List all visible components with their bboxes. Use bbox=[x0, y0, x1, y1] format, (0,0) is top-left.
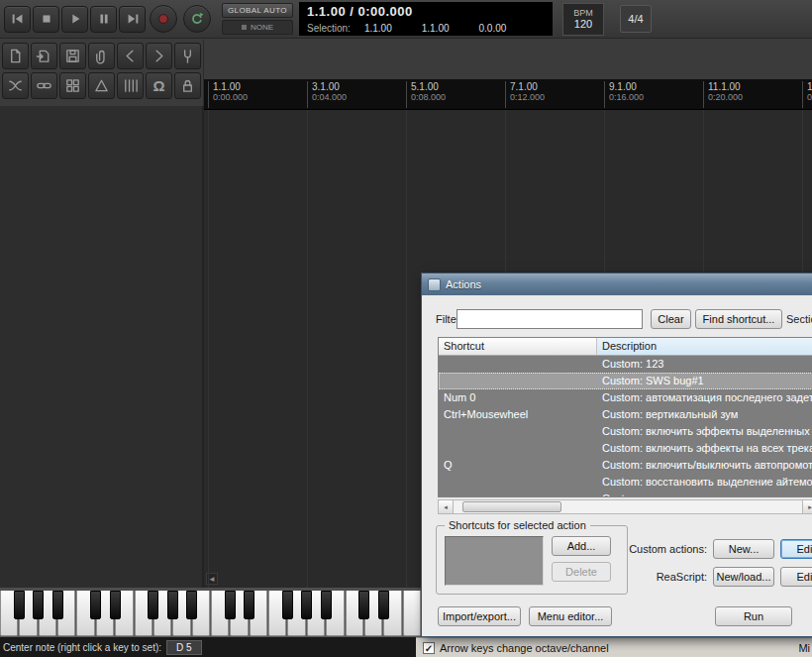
white-key[interactable] bbox=[403, 591, 421, 636]
black-key[interactable] bbox=[186, 591, 197, 619]
black-key[interactable] bbox=[52, 591, 63, 619]
save-project-button[interactable] bbox=[59, 43, 86, 69]
crossfade-button[interactable] bbox=[2, 72, 29, 99]
repeat-button[interactable] bbox=[183, 5, 211, 33]
link-button[interactable] bbox=[31, 72, 57, 99]
menu-editor-button[interactable]: Menu editor... bbox=[529, 606, 612, 626]
delete-shortcut-button[interactable]: Delete bbox=[552, 562, 611, 582]
ruler-mark: 5.1.000:08.000 bbox=[406, 81, 446, 108]
action-shortcut: Ctrl+Mousewheel bbox=[439, 406, 597, 423]
metronome-button[interactable] bbox=[174, 43, 201, 69]
transport-bar: GLOBAL AUTO NONE 1.1.00 / 0:00.000 Selec… bbox=[0, 0, 812, 39]
track-panel[interactable] bbox=[0, 106, 204, 588]
actions-list-header: Shortcut Description bbox=[439, 338, 812, 356]
black-key[interactable] bbox=[321, 591, 332, 619]
black-key[interactable] bbox=[244, 591, 254, 619]
action-row[interactable]: Custom: bbox=[439, 491, 812, 497]
automation-mode-icon bbox=[242, 25, 247, 30]
record-button[interactable] bbox=[150, 5, 177, 33]
center-note-value[interactable]: D 5 bbox=[166, 640, 202, 655]
section-label: Section bbox=[786, 313, 812, 325]
open-project-icon bbox=[36, 48, 52, 64]
find-shortcut-button[interactable]: Find shortcut... bbox=[695, 309, 782, 329]
redo-button[interactable] bbox=[146, 43, 172, 69]
black-key[interactable] bbox=[282, 591, 293, 619]
black-key[interactable] bbox=[110, 591, 121, 619]
action-description: Custom: включить эффекты выделенных т bbox=[597, 423, 812, 440]
grid-button[interactable] bbox=[117, 72, 144, 99]
custom-edit-button[interactable]: Edit bbox=[780, 539, 812, 559]
timeline-ruler[interactable]: 1.1.000:00.0003.1.000:04.0005.1.000:08.0… bbox=[204, 79, 812, 110]
scrollbar-right-arrow[interactable]: ▸ bbox=[802, 500, 812, 513]
bpm-display[interactable]: BPM 120 bbox=[562, 3, 604, 36]
scrollbar-left-arrow[interactable]: ◂ bbox=[439, 500, 454, 513]
action-row[interactable]: Custom: 123 bbox=[439, 356, 812, 373]
action-description: Custom: 123 bbox=[597, 356, 812, 373]
scrollbar-thumb[interactable] bbox=[462, 501, 561, 512]
action-row[interactable]: Custom: SWS bug#1 bbox=[439, 373, 812, 389]
add-shortcut-button[interactable]: Add... bbox=[552, 536, 611, 556]
ruler-mark: 9.1.000:16.000 bbox=[604, 81, 644, 108]
column-header-shortcut[interactable]: Shortcut bbox=[439, 338, 597, 355]
global-auto-button[interactable]: GLOBAL AUTO bbox=[222, 3, 293, 18]
action-row[interactable]: Num 0Custom: автоматизация последнего за… bbox=[439, 389, 812, 406]
envelope-button[interactable] bbox=[88, 72, 115, 99]
midi-bar-right-text: Mi bbox=[798, 642, 812, 654]
actions-list: Shortcut Description Custom: 123Custom: … bbox=[438, 337, 812, 497]
action-shortcut bbox=[439, 491, 597, 497]
filter-input[interactable] bbox=[457, 309, 643, 329]
black-key[interactable] bbox=[301, 591, 312, 619]
custom-new-button[interactable]: New... bbox=[713, 539, 774, 559]
open-project-button[interactable] bbox=[31, 43, 57, 69]
play-button[interactable] bbox=[61, 6, 88, 33]
pause-button[interactable] bbox=[90, 6, 117, 33]
actions-hscrollbar[interactable]: ◂ ▸ bbox=[438, 499, 812, 514]
record-icon bbox=[155, 11, 171, 27]
black-key[interactable] bbox=[90, 591, 101, 619]
reascript-new-button[interactable]: New/load... bbox=[713, 567, 774, 587]
go-to-start-icon bbox=[10, 11, 26, 27]
custom-actions-label: Custom actions: bbox=[620, 543, 707, 555]
action-row[interactable]: QCustom: включить/выключить автопромот bbox=[439, 457, 812, 474]
action-row[interactable]: Custom: включить эффекты выделенных т bbox=[439, 423, 812, 440]
snap-button[interactable]: Ω bbox=[146, 72, 172, 99]
selection-start[interactable]: 1.1.00 bbox=[364, 23, 392, 34]
shortcuts-group-label: Shortcuts for selected action bbox=[445, 519, 590, 531]
project-settings-button[interactable] bbox=[88, 43, 115, 69]
stop-button[interactable] bbox=[33, 6, 59, 33]
clear-button[interactable]: Clear bbox=[651, 309, 691, 329]
automation-mode-label: NONE bbox=[251, 23, 273, 32]
action-shortcut bbox=[439, 356, 597, 373]
new-project-button[interactable] bbox=[2, 43, 29, 69]
project-settings-icon bbox=[93, 48, 110, 64]
arrow-keys-checkbox[interactable]: ✓ bbox=[423, 642, 435, 654]
go-to-end-icon bbox=[125, 11, 141, 27]
column-header-description[interactable]: Description bbox=[597, 338, 812, 355]
black-key[interactable] bbox=[358, 591, 369, 619]
action-row[interactable]: Custom: восстановить выделение айтемов bbox=[439, 474, 812, 491]
undo-button[interactable] bbox=[117, 43, 144, 69]
automation-mode-button[interactable]: NONE bbox=[222, 20, 293, 35]
run-button[interactable]: Run bbox=[715, 606, 792, 626]
time-display[interactable]: 1.1.00 / 0:00.000 Selection: 1.1.00 1.1.… bbox=[299, 2, 553, 36]
selection-end[interactable]: 1.1.00 bbox=[422, 23, 450, 34]
go-to-end-button[interactable] bbox=[119, 6, 146, 33]
black-key[interactable] bbox=[378, 591, 389, 619]
time-signature[interactable]: 4/4 bbox=[620, 5, 652, 33]
action-row[interactable]: Custom: включить эффекты на всех трека bbox=[439, 440, 812, 457]
shortcuts-listbox[interactable] bbox=[445, 536, 544, 586]
black-key[interactable] bbox=[225, 591, 236, 619]
reascript-edit-button[interactable]: Edit bbox=[780, 567, 812, 587]
dialog-titlebar[interactable]: Actions bbox=[422, 274, 812, 295]
black-key[interactable] bbox=[14, 591, 25, 619]
item-grouping-button[interactable] bbox=[59, 72, 86, 99]
repeat-icon bbox=[189, 11, 205, 27]
action-row[interactable]: Ctrl+MousewheelCustom: вертикальный зум bbox=[439, 406, 812, 423]
black-key[interactable] bbox=[33, 591, 44, 619]
selection-length[interactable]: 0.0.00 bbox=[479, 23, 507, 34]
import-export-button[interactable]: Import/export... bbox=[438, 606, 521, 626]
go-to-start-button[interactable] bbox=[4, 6, 31, 33]
lock-button[interactable] bbox=[174, 72, 201, 99]
black-key[interactable] bbox=[148, 591, 158, 619]
black-key[interactable] bbox=[167, 591, 178, 619]
